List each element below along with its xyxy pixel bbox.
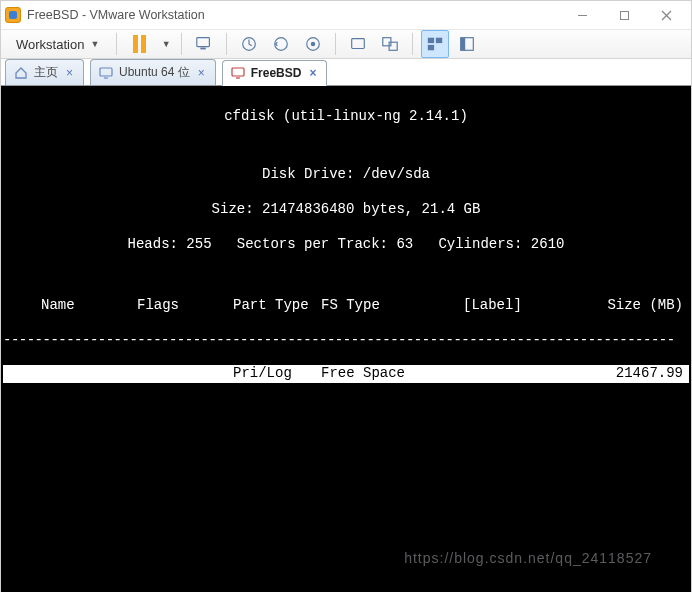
row-size: 21467.99 (589, 365, 689, 383)
svg-rect-4 (197, 38, 210, 47)
revert-snapshot-button[interactable] (267, 30, 295, 58)
chevron-down-icon: ▼ (90, 39, 99, 49)
tab-home[interactable]: 主页 × (5, 59, 84, 85)
svg-rect-1 (620, 11, 628, 19)
tab-close-icon[interactable]: × (307, 66, 318, 80)
pause-dropdown[interactable]: ▼ (157, 30, 173, 58)
tab-ubuntu[interactable]: Ubuntu 64 位 × (90, 59, 216, 85)
tab-close-icon[interactable]: × (64, 66, 75, 80)
svg-rect-5 (201, 48, 206, 50)
col-parttype: Part Type (233, 297, 321, 315)
separator (335, 33, 336, 55)
window-title: FreeBSD - VMware Workstation (27, 8, 561, 22)
monitor-icon (99, 66, 113, 80)
svg-rect-13 (428, 38, 434, 43)
tab-label: FreeBSD (251, 66, 302, 80)
vmware-app-icon (5, 7, 21, 23)
partition-row[interactable]: Pri/LogFree Space21467.99 (3, 365, 689, 383)
monitor-icon (231, 66, 245, 80)
maximize-button[interactable] (603, 1, 645, 29)
workstation-menu-label: Workstation (16, 37, 84, 52)
svg-rect-18 (100, 68, 112, 76)
tab-label: Ubuntu 64 位 (119, 64, 190, 81)
app-window: FreeBSD - VMware Workstation Workstation… (0, 0, 692, 592)
col-flags: Flags (137, 297, 233, 315)
send-ctrl-alt-del-button[interactable] (190, 30, 218, 58)
cfdisk-drive: Disk Drive: /dev/sda (3, 166, 689, 184)
minimize-button[interactable] (561, 1, 603, 29)
separator (226, 33, 227, 55)
svg-point-7 (275, 38, 288, 51)
svg-rect-17 (461, 38, 466, 51)
fullscreen-button[interactable] (344, 30, 372, 58)
workstation-menu[interactable]: Workstation ▼ (7, 30, 108, 58)
tab-freebsd[interactable]: FreeBSD × (222, 60, 328, 86)
svg-rect-15 (428, 45, 434, 50)
close-button[interactable] (645, 1, 687, 29)
thumbnail-view-button[interactable] (421, 30, 449, 58)
cfdisk-header-row: NameFlagsPart TypeFS Type[Label]Size (MB… (3, 297, 689, 315)
col-label: [Label] (463, 297, 589, 315)
tab-close-icon[interactable]: × (196, 66, 207, 80)
col-name: Name (41, 297, 137, 315)
tab-label: 主页 (34, 64, 58, 81)
separator (181, 33, 182, 55)
cfdisk-geom: Heads: 255 Sectors per Track: 63 Cylinde… (3, 236, 689, 254)
cfdisk-title: cfdisk (util-linux-ng 2.14.1) (3, 108, 689, 126)
tab-bar: 主页 × Ubuntu 64 位 × FreeBSD × (1, 59, 691, 86)
separator (412, 33, 413, 55)
console-view-button[interactable] (453, 30, 481, 58)
titlebar: FreeBSD - VMware Workstation (1, 1, 691, 30)
col-size: Size (MB) (589, 297, 689, 315)
chevron-down-icon: ▼ (162, 39, 171, 49)
svg-rect-10 (352, 39, 365, 49)
col-fstype: FS Type (321, 297, 463, 315)
unity-button[interactable] (376, 30, 404, 58)
svg-point-9 (311, 42, 316, 47)
row-parttype: Pri/Log (233, 365, 321, 383)
vm-console[interactable]: cfdisk (util-linux-ng 2.14.1) Disk Drive… (1, 86, 691, 592)
home-icon (14, 66, 28, 80)
toolbar: Workstation ▼ ▼ (1, 30, 691, 59)
snapshot-manager-button[interactable] (299, 30, 327, 58)
snapshot-button[interactable] (235, 30, 263, 58)
pause-icon (133, 35, 146, 53)
separator: ----------------------------------------… (3, 332, 689, 348)
cfdisk-size: Size: 21474836480 bytes, 21.4 GB (3, 201, 689, 219)
separator (116, 33, 117, 55)
row-fstype: Free Space (321, 365, 463, 383)
pause-button[interactable] (125, 30, 153, 58)
svg-rect-14 (436, 38, 442, 43)
svg-rect-20 (232, 68, 244, 76)
